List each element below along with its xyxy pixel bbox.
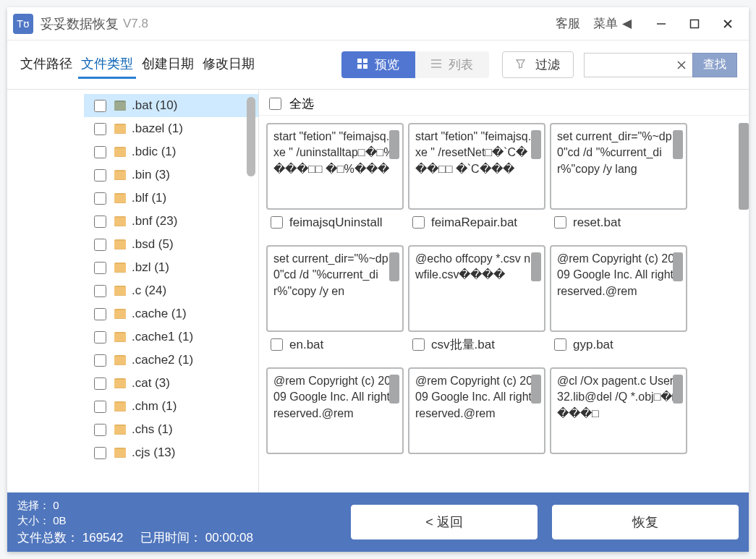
back-button[interactable]: < 返回 xyxy=(351,505,538,539)
app-title: 妥妥数据恢复 xyxy=(41,15,119,33)
folder-icon xyxy=(114,401,126,411)
tab-modify-date[interactable]: 修改日期 xyxy=(200,51,258,79)
svg-rect-5 xyxy=(363,59,368,63)
sidebar-item-checkbox[interactable] xyxy=(94,123,106,135)
sidebar-item[interactable]: .bzl (1) xyxy=(84,256,258,279)
sidebar-item-checkbox[interactable] xyxy=(94,262,106,274)
folder-icon xyxy=(114,378,126,388)
sidebar-item-checkbox[interactable] xyxy=(94,331,106,343)
sidebar-item[interactable]: .cache2 (1) xyxy=(84,349,258,372)
file-checkbox[interactable] xyxy=(271,338,283,351)
sidebar-item-checkbox[interactable] xyxy=(94,169,106,182)
sidebar-scrollbar[interactable] xyxy=(247,97,255,176)
file-preview[interactable]: start "fetion" "feimajsq.exe " /resetNet… xyxy=(408,123,545,210)
select-all-checkbox[interactable] xyxy=(269,98,281,110)
sidebar-item-checkbox[interactable] xyxy=(94,192,106,205)
file-name: csv批量.bat xyxy=(431,336,495,353)
preview-scrollbar[interactable] xyxy=(673,130,683,159)
kefu-link[interactable]: 客服 xyxy=(556,15,580,32)
sidebar-item[interactable]: .c (24) xyxy=(84,279,258,302)
sidebar-item-checkbox[interactable] xyxy=(94,216,106,228)
search-button[interactable]: 查找 xyxy=(692,53,737,77)
titlebar: Tʊ 妥妥数据恢复 V7.8 客服 菜单 ◀ xyxy=(7,7,749,40)
preview-scrollbar[interactable] xyxy=(389,130,399,159)
sidebar-item-checkbox[interactable] xyxy=(94,447,106,459)
sidebar-item[interactable]: .cache (1) xyxy=(84,302,258,325)
folder-icon xyxy=(114,286,126,296)
preview-scrollbar[interactable] xyxy=(531,375,541,404)
file-label-row: feimajsqUninstall xyxy=(266,210,404,242)
minimize-button[interactable] xyxy=(645,9,678,38)
folder-icon xyxy=(114,332,126,342)
view-list-button[interactable]: 列表 xyxy=(415,51,489,78)
search-clear-button[interactable] xyxy=(671,53,692,77)
folder-icon xyxy=(114,170,126,180)
folder-icon xyxy=(114,448,126,458)
maximize-button[interactable] xyxy=(678,9,711,38)
sidebar-item[interactable]: .cache1 (1) xyxy=(84,325,258,349)
file-preview[interactable]: @rem Copyright (c) 2009 Google Inc. All … xyxy=(408,367,545,454)
sidebar-item[interactable]: .chm (1) xyxy=(84,395,258,418)
file-cell: set current_dir="%~dp0"cd /d "%current_d… xyxy=(550,123,687,242)
folder-icon xyxy=(114,355,126,365)
file-preview[interactable]: @echo offcopy *.csv newfile.csv���� xyxy=(408,245,545,332)
preview-scrollbar[interactable] xyxy=(531,252,541,281)
sidebar-item-label: .cjs (13) xyxy=(132,445,175,460)
file-preview[interactable]: @rem Copyright (c) 2009 Google Inc. All … xyxy=(266,367,404,454)
file-cell: @rem Copyright (c) 2009 Google Inc. All … xyxy=(408,367,545,454)
search-input[interactable] xyxy=(584,53,671,77)
close-button[interactable] xyxy=(711,9,744,38)
preview-scrollbar[interactable] xyxy=(673,252,683,281)
preview-scrollbar[interactable] xyxy=(389,375,399,404)
file-checkbox[interactable] xyxy=(554,338,566,351)
sidebar-item-checkbox[interactable] xyxy=(94,424,106,436)
sidebar-item-checkbox[interactable] xyxy=(94,308,106,320)
sidebar-item[interactable]: .bdic (1) xyxy=(84,140,258,163)
sidebar-item[interactable]: .bazel (1) xyxy=(84,117,258,140)
sidebar-item-checkbox[interactable] xyxy=(94,100,106,112)
sidebar-item[interactable]: .bin (3) xyxy=(84,163,258,187)
file-preview[interactable]: @rem Copyright (c) 2009 Google Inc. All … xyxy=(550,245,687,332)
sidebar-item[interactable]: .chs (1) xyxy=(84,418,258,441)
file-preview[interactable]: @cl /Ox pagent.c User32.lib@del /Q *.obj… xyxy=(550,367,687,454)
sidebar-item-checkbox[interactable] xyxy=(94,401,106,413)
sidebar-item-checkbox[interactable] xyxy=(94,285,106,297)
preview-scrollbar[interactable] xyxy=(673,375,683,404)
sidebar-item-checkbox[interactable] xyxy=(94,239,106,251)
sidebar-item-label: .cache1 (1) xyxy=(132,330,193,344)
tab-path[interactable]: 文件路径 xyxy=(17,51,75,79)
file-preview[interactable]: start "fetion" "feimajsq.exe " /uninstal… xyxy=(266,123,404,210)
sidebar-item-checkbox[interactable] xyxy=(94,146,106,158)
sidebar-item[interactable]: .cat (3) xyxy=(84,372,258,395)
tab-create-date[interactable]: 创建日期 xyxy=(139,51,197,79)
file-checkbox[interactable] xyxy=(412,338,425,351)
recover-button[interactable]: 恢复 xyxy=(552,505,739,539)
file-preview[interactable]: set current_dir="%~dp0"cd /d "%current_d… xyxy=(550,123,687,210)
file-label-row: reset.bat xyxy=(550,210,687,242)
status-text: 选择： 0 大小： 0B 文件总数： 169542 已用时间： 00:00:08 xyxy=(17,498,253,547)
file-cell: @cl /Ox pagent.c User32.lib@del /Q *.obj… xyxy=(550,367,687,454)
preview-scrollbar[interactable] xyxy=(389,252,399,281)
app-version: V7.8 xyxy=(123,17,148,31)
menu-link[interactable]: 菜单 ◀ xyxy=(593,15,632,32)
file-cell: start "fetion" "feimajsq.exe " /resetNet… xyxy=(408,123,545,242)
sidebar-item-label: .cache2 (1) xyxy=(132,353,193,367)
sidebar-item[interactable]: .bnf (23) xyxy=(84,210,258,233)
tab-type[interactable]: 文件类型 xyxy=(78,51,136,79)
folder-icon xyxy=(114,424,126,435)
filter-button[interactable]: 过滤 xyxy=(502,51,574,78)
sidebar-item-checkbox[interactable] xyxy=(94,354,106,367)
sidebar-item[interactable]: .blf (1) xyxy=(84,187,258,210)
file-checkbox[interactable] xyxy=(412,216,425,229)
file-preview[interactable]: set current_dir="%~dp0"cd /d "%current_d… xyxy=(266,245,404,332)
sidebar-item[interactable]: .bat (10) xyxy=(84,94,258,117)
preview-scrollbar[interactable] xyxy=(531,130,541,159)
view-preview-button[interactable]: 预览 xyxy=(341,51,415,78)
sidebar-item[interactable]: .cjs (13) xyxy=(84,441,258,464)
content-scrollbar[interactable] xyxy=(739,123,749,210)
file-checkbox[interactable] xyxy=(554,216,566,229)
sidebar-item-label: .cat (3) xyxy=(132,376,170,391)
sidebar-item-checkbox[interactable] xyxy=(94,377,106,390)
file-checkbox[interactable] xyxy=(271,216,283,229)
sidebar-item[interactable]: .bsd (5) xyxy=(84,233,258,256)
